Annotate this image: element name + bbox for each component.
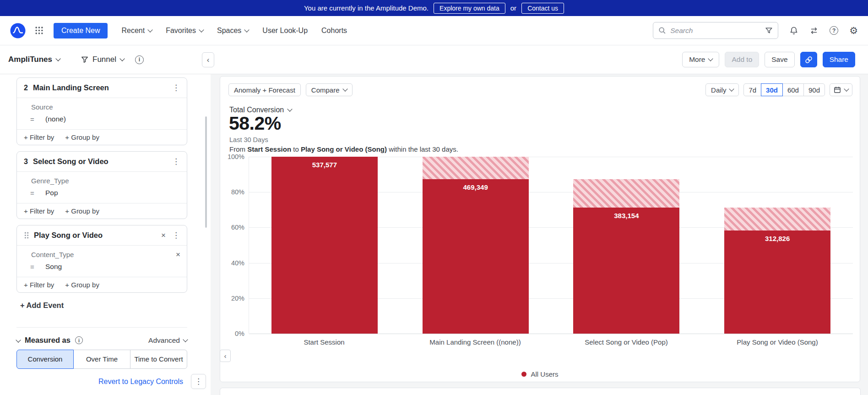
- y-axis-tick-label: 0%: [235, 330, 244, 337]
- copy-link-button[interactable]: [800, 52, 817, 67]
- range-60d-button[interactable]: 60d: [782, 83, 804, 96]
- settings-gear-icon[interactable]: ⚙: [849, 26, 858, 35]
- sidebar-scrollbar[interactable]: [205, 116, 207, 228]
- granularity-dropdown[interactable]: Daily: [705, 83, 739, 96]
- property-name[interactable]: Content_Type: [31, 251, 176, 258]
- add-to-button[interactable]: Add to: [725, 52, 759, 67]
- tab-over-time[interactable]: Over Time: [73, 350, 130, 369]
- create-new-button[interactable]: Create New: [54, 23, 108, 38]
- more-button[interactable]: More: [682, 52, 719, 67]
- chart-toolbar: AmpliTunes Funnel i More Add to Save Sha…: [0, 45, 868, 74]
- measured-as-label: Measured as: [25, 336, 71, 345]
- description-text: to: [291, 145, 301, 153]
- contact-us-button[interactable]: Contact us: [521, 3, 564, 14]
- search-input[interactable]: [670, 27, 761, 35]
- property-operator[interactable]: =: [30, 263, 45, 271]
- property-value[interactable]: Song: [45, 263, 62, 271]
- advanced-label: Advanced: [148, 336, 180, 345]
- property-operator[interactable]: =: [30, 115, 45, 123]
- group-by-button[interactable]: + Group by: [65, 281, 99, 289]
- advanced-dropdown[interactable]: Advanced: [148, 336, 187, 345]
- next-panel-edge: [220, 388, 861, 395]
- explore-my-own-data-button[interactable]: Explore my own data: [434, 3, 505, 14]
- range-7d-button[interactable]: 7d: [743, 83, 761, 96]
- funnel-bar[interactable]: 537,577: [271, 157, 378, 334]
- save-button[interactable]: Save: [765, 52, 794, 67]
- calendar-dropdown[interactable]: [830, 83, 852, 96]
- funnel-chart-panel: Anomaly + Forecast Compare Daily 7d30d60…: [220, 76, 860, 382]
- filter-by-button[interactable]: + Filter by: [24, 207, 54, 215]
- y-axis-tick-label: 60%: [231, 224, 244, 231]
- search-box[interactable]: [653, 22, 778, 39]
- drag-handle-icon[interactable]: [24, 231, 29, 239]
- swap-arrows-icon[interactable]: [809, 27, 819, 35]
- range-90d-button[interactable]: 90d: [803, 83, 825, 96]
- step-menu-kebab-icon[interactable]: ⋮: [171, 84, 181, 92]
- workspace-selector[interactable]: AmpliTunes: [8, 55, 60, 64]
- notifications-bell-icon[interactable]: [789, 26, 798, 35]
- sidebar-collapse-button[interactable]: ‹: [202, 52, 214, 67]
- share-button[interactable]: Share: [823, 52, 855, 67]
- funnel-plot: 0%20%40%60%80%100%537,577469,349383,1543…: [249, 157, 853, 334]
- filter-by-button[interactable]: + Filter by: [24, 133, 54, 141]
- chart-type-selector[interactable]: Funnel: [81, 55, 124, 64]
- y-axis-tick-label: 80%: [231, 188, 244, 196]
- funnel-step-card: Play Song or Video×⋮Content_Type×=Song+ …: [16, 225, 187, 293]
- panel-collapse-button[interactable]: ‹: [220, 350, 231, 362]
- funnel-builder-sidebar: 2Main Landing Screen⋮Source=(none)+ Filt…: [0, 74, 211, 395]
- tab-conversion[interactable]: Conversion: [16, 350, 74, 369]
- amplitude-logo-icon[interactable]: [10, 23, 26, 38]
- help-icon[interactable]: ?: [830, 26, 838, 35]
- nav-item-label: Recent: [121, 27, 145, 35]
- search-filter-icon[interactable]: [765, 27, 773, 34]
- chevron-down-icon[interactable]: [16, 337, 21, 342]
- y-axis-tick-label: 100%: [228, 153, 244, 160]
- funnel-step-card: 2Main Landing Screen⋮Source=(none)+ Filt…: [16, 77, 187, 145]
- granularity-label: Daily: [711, 86, 726, 94]
- range-30d-button[interactable]: 30d: [761, 83, 783, 96]
- group-by-button[interactable]: + Group by: [65, 207, 99, 215]
- add-event-button[interactable]: + Add Event: [20, 301, 64, 310]
- funnel-bar[interactable]: 383,154: [573, 157, 679, 334]
- nav-item-favorites[interactable]: Favorites: [166, 27, 203, 35]
- property-value[interactable]: (none): [45, 115, 66, 123]
- apps-grid-icon[interactable]: [35, 26, 43, 35]
- tab-time-to-convert[interactable]: Time to Convert: [130, 350, 187, 369]
- compare-dropdown[interactable]: Compare: [306, 83, 353, 96]
- anomaly-forecast-button[interactable]: Anomaly + Forecast: [228, 83, 301, 96]
- funnel-bar[interactable]: 469,349: [423, 157, 529, 334]
- category-label: Start Session: [249, 338, 400, 346]
- remove-property-button[interactable]: ×: [176, 251, 180, 258]
- description-to-step: Play Song or Video (Song): [301, 145, 387, 153]
- chevron-down-icon: [844, 86, 849, 91]
- chevron-down-icon: [708, 56, 713, 61]
- nav-item-recent[interactable]: Recent: [121, 27, 152, 35]
- info-icon[interactable]: i: [135, 55, 144, 64]
- category-labels: Start SessionMain Landing Screen ((none)…: [249, 338, 853, 346]
- step-menu-kebab-icon[interactable]: ⋮: [171, 158, 181, 165]
- nav-item-spaces[interactable]: Spaces: [217, 27, 249, 35]
- link-icon: [805, 56, 813, 64]
- sidebar-footer-kebab-icon[interactable]: ⋮: [191, 374, 206, 389]
- chart-type-label: Funnel: [92, 55, 116, 64]
- category-label: Play Song or Video (Song): [702, 338, 853, 346]
- funnel-icon: [81, 56, 88, 63]
- chevron-down-icon: [199, 27, 204, 32]
- funnel-bar[interactable]: 312,826: [724, 157, 830, 334]
- property-value[interactable]: Pop: [45, 189, 58, 197]
- info-icon[interactable]: i: [75, 336, 83, 344]
- revert-legacy-controls-link[interactable]: Revert to Legacy Controls: [98, 378, 183, 386]
- nav-item-user-look-up[interactable]: User Look-Up: [262, 27, 308, 35]
- bar-value-label: 312,826: [724, 235, 830, 242]
- property-name[interactable]: Genre_Type: [31, 177, 180, 185]
- step-menu-kebab-icon[interactable]: ⋮: [171, 231, 181, 239]
- property-operator[interactable]: =: [30, 189, 45, 197]
- bar-converted-segment: 312,826: [724, 230, 830, 334]
- chevron-down-icon: [183, 337, 188, 342]
- step-number: 3: [24, 158, 28, 166]
- property-name[interactable]: Source: [31, 103, 180, 111]
- filter-by-button[interactable]: + Filter by: [24, 281, 54, 289]
- remove-step-button[interactable]: ×: [161, 231, 166, 239]
- nav-item-cohorts[interactable]: Cohorts: [321, 27, 347, 35]
- group-by-button[interactable]: + Group by: [65, 133, 99, 141]
